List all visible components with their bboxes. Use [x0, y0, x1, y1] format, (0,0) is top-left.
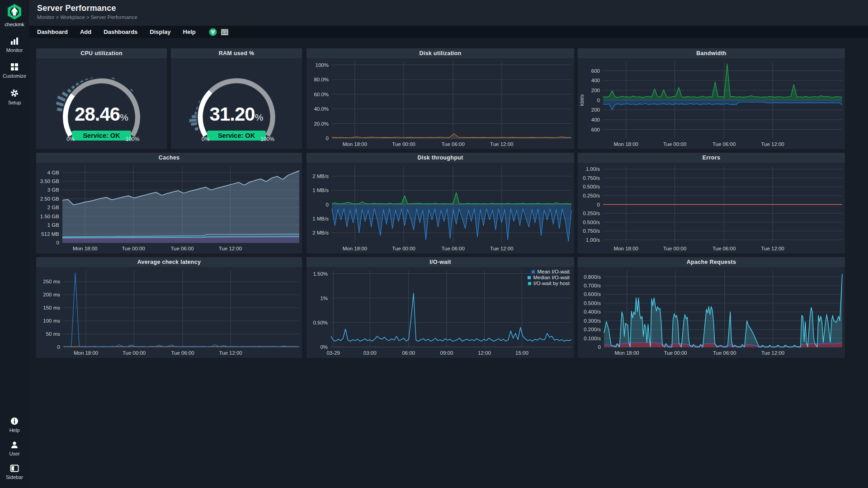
svg-text:0.100/s: 0.100/s	[584, 336, 601, 341]
svg-text:0.500/s: 0.500/s	[583, 220, 600, 225]
svg-text:12:00: 12:00	[478, 350, 491, 356]
panel-ram-used: RAM used %31.20%Service: OK0%100%	[171, 48, 302, 149]
menu-dashboards[interactable]: Dashboards	[104, 28, 137, 35]
gauge-min-label: 0%	[61, 136, 80, 142]
sidebar-item-setup[interactable]: Setup	[8, 89, 21, 105]
panel-disk-utilization: Disk utilizationMon 18:00Tue 00:00Tue 06…	[307, 48, 574, 149]
panel-bandwidth: BandwidthMon 18:00Tue 00:00Tue 06:00Tue …	[578, 48, 845, 149]
svg-text:2 MB/s: 2 MB/s	[312, 174, 329, 179]
svg-text:Tue 00:00: Tue 00:00	[663, 141, 686, 147]
panel-caches: CachesMon 18:00Tue 00:00Tue 06:00Tue 12:…	[36, 153, 302, 253]
svg-text:4 GB: 4 GB	[47, 170, 60, 175]
sidebar-item-help[interactable]: Help	[9, 417, 20, 433]
svg-text:3.50 GB: 3.50 GB	[40, 178, 60, 184]
panel-body: Mon 18:00Tue 00:00Tue 06:00Tue 12:006004…	[578, 58, 845, 149]
info-icon	[10, 417, 19, 425]
svg-text:0.500/s: 0.500/s	[584, 300, 601, 306]
page-title: Server Performance	[37, 4, 868, 13]
panel-body: Mon 18:00Tue 00:00Tue 06:00Tue 12:00050 …	[36, 267, 302, 358]
svg-text:20.0%: 20.0%	[314, 121, 329, 127]
svg-text:0.200/s: 0.200/s	[584, 327, 601, 332]
legend-item: I/O-wait by host	[528, 281, 570, 286]
gauge-value: 31.20%	[171, 103, 302, 125]
panel-title: Errors	[578, 153, 845, 163]
svg-text:Tue 00:00: Tue 00:00	[664, 350, 687, 356]
legend-swatch	[528, 282, 531, 285]
svg-text:0.700/s: 0.700/s	[584, 283, 601, 288]
svg-text:200: 200	[591, 107, 600, 113]
svg-text:Tue 00:00: Tue 00:00	[663, 246, 686, 251]
panel-body: Mon 18:00Tue 00:00Tue 06:00Tue 12:000512…	[36, 163, 302, 253]
panel-body: 31.20%Service: OK0%100%	[171, 58, 302, 149]
menu-display[interactable]: Display	[150, 28, 170, 35]
svg-text:0.750/s: 0.750/s	[583, 228, 600, 234]
sidebar-item-sidebar-toggle[interactable]: Sidebar	[6, 465, 23, 480]
menubar: Dashboard Add Dashboards Display Help	[29, 26, 868, 38]
svg-text:200 ms: 200 ms	[43, 292, 60, 297]
svg-text:Tue 00:00: Tue 00:00	[392, 246, 415, 251]
sidebar: checkmk Monitor Customize Setup Help Use…	[0, 0, 29, 488]
sidebar-item-user[interactable]: User	[9, 441, 19, 456]
svg-text:Tue 06:00: Tue 06:00	[170, 246, 193, 251]
svg-text:40.0%: 40.0%	[314, 106, 329, 112]
svg-text:Tue 12:00: Tue 12:00	[490, 141, 513, 147]
svg-text:Tue 06:00: Tue 06:00	[442, 141, 465, 147]
service-status-badge: Service: OK	[171, 131, 302, 141]
svg-text:0.750/s: 0.750/s	[583, 175, 600, 181]
menubar-icons	[209, 28, 229, 36]
chart-disk-throughput: Mon 18:00Tue 00:00Tue 06:00Tue 12:002 MB…	[307, 163, 574, 253]
gauge-max-label: 100%	[258, 136, 278, 142]
svg-text:0.50%: 0.50%	[313, 320, 328, 325]
svg-text:1%: 1%	[320, 296, 328, 301]
svg-text:Tue 12:00: Tue 12:00	[490, 246, 513, 251]
svg-text:Tue 06:00: Tue 06:00	[442, 246, 465, 251]
svg-text:1.00/s: 1.00/s	[586, 237, 600, 243]
legend-swatch	[532, 270, 535, 273]
svg-text:0.500/s: 0.500/s	[583, 184, 600, 189]
svg-text:1 MB/s: 1 MB/s	[312, 216, 329, 221]
svg-text:100%: 100%	[316, 62, 329, 68]
svg-text:600: 600	[591, 127, 600, 132]
svg-text:0: 0	[326, 202, 329, 207]
panel-body: Mon 18:00Tue 00:00Tue 06:00Tue 12:002 MB…	[307, 163, 574, 253]
svg-text:09:00: 09:00	[440, 350, 453, 356]
filter-icon[interactable]	[209, 28, 217, 36]
svg-text:1.00/s: 1.00/s	[586, 166, 600, 172]
svg-text:200: 200	[591, 88, 600, 93]
sidebar-item-monitor[interactable]: Monitor	[6, 37, 23, 53]
svg-text:Tue 12:00: Tue 12:00	[761, 246, 784, 251]
svg-text:100 ms: 100 ms	[43, 318, 60, 324]
svg-text:60.0%: 60.0%	[314, 92, 329, 97]
panel-title: Average check latency	[36, 257, 302, 267]
svg-text:0.600/s: 0.600/s	[584, 291, 601, 297]
menu-help[interactable]: Help	[183, 28, 196, 35]
svg-text:3 GB: 3 GB	[47, 187, 60, 192]
chart-caches: Mon 18:00Tue 00:00Tue 06:00Tue 12:000512…	[36, 163, 302, 253]
svg-text:2 MB/s: 2 MB/s	[312, 230, 329, 235]
checkmk-logo[interactable]: checkmk	[5, 3, 24, 27]
panel-body: Mon 18:00Tue 00:00Tue 06:00Tue 12:0000.1…	[578, 267, 845, 358]
gauge-min-label: 0%	[195, 136, 215, 142]
sidebar-toggle-icon	[10, 465, 19, 472]
svg-text:Tue 06:00: Tue 06:00	[171, 350, 194, 356]
chart-apache-requests: Mon 18:00Tue 00:00Tue 06:00Tue 12:0000.1…	[578, 267, 845, 358]
svg-text:0: 0	[597, 202, 600, 207]
page-header: Server Performance Monitor > Workplace >…	[29, 0, 868, 26]
panel-errors: ErrorsMon 18:00Tue 00:00Tue 06:00Tue 12:…	[578, 153, 845, 253]
grid-icon	[10, 63, 19, 71]
menu-dashboard[interactable]: Dashboard	[37, 28, 68, 35]
panel-apache-requests: Apache RequestsMon 18:00Tue 00:00Tue 06:…	[578, 257, 845, 358]
svg-text:150 ms: 150 ms	[43, 305, 60, 310]
svg-text:15:00: 15:00	[515, 350, 528, 356]
menu-add[interactable]: Add	[80, 28, 91, 35]
svg-text:Tue 06:00: Tue 06:00	[712, 141, 736, 147]
svg-text:03:00: 03:00	[363, 350, 377, 356]
svg-text:kbit/s: kbit/s	[579, 94, 585, 106]
svg-text:Tue 00:00: Tue 00:00	[392, 141, 415, 147]
panel-cpu-utilization: CPU utilization28.46%Service: OK0%100%	[36, 48, 167, 149]
sidebar-item-customize[interactable]: Customize	[3, 63, 26, 79]
views-icon[interactable]	[221, 28, 229, 36]
panel-body: Mon 18:00Tue 00:00Tue 06:00Tue 12:001.00…	[578, 163, 845, 253]
svg-text:400: 400	[591, 117, 600, 122]
svg-text:Tue 00:00: Tue 00:00	[122, 246, 145, 251]
